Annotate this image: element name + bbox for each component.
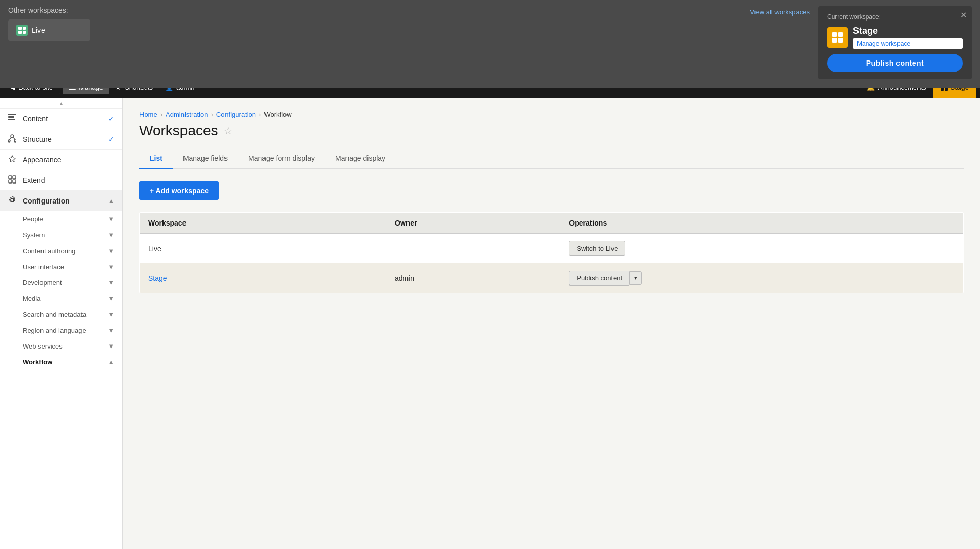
table-row-live: Live Switch to Live <box>140 234 964 263</box>
sidebar-item-configuration[interactable]: Configuration ▲ <box>0 191 122 211</box>
region-language-label: Region and language <box>23 327 86 334</box>
user-interface-arrow-icon: ▼ <box>108 263 114 271</box>
tab-list[interactable]: List <box>139 149 173 169</box>
current-workspace-info: Stage Manage workspace <box>827 26 963 49</box>
live-workspace-cell: Live <box>140 234 387 263</box>
publish-dropdown-toggle[interactable]: ▾ <box>629 271 642 285</box>
page-layout: ▲ Content ✓ Structure ✓ Appearance <box>0 98 980 549</box>
media-label: Media <box>23 295 40 302</box>
search-metadata-arrow-icon: ▼ <box>108 311 114 318</box>
media-arrow-icon: ▼ <box>108 295 114 302</box>
stage-operations-cell: Publish content ▾ <box>561 263 963 293</box>
search-metadata-label: Search and metadata <box>23 311 86 318</box>
breadcrumb: Home › Administration › Configuration › … <box>139 111 964 118</box>
region-language-arrow-icon: ▼ <box>108 327 114 334</box>
sidebar-item-region-language[interactable]: Region and language ▼ <box>0 322 122 338</box>
svg-rect-19 <box>13 180 16 183</box>
svg-rect-5 <box>838 32 843 37</box>
sidebar-item-search-metadata[interactable]: Search and metadata ▼ <box>0 307 122 322</box>
live-operations-cell: Switch to Live <box>561 234 963 263</box>
tab-manage-fields[interactable]: Manage fields <box>173 149 238 169</box>
svg-point-13 <box>8 140 10 142</box>
sidebar-content-label: Content <box>23 115 108 123</box>
breadcrumb-administration[interactable]: Administration <box>166 111 208 118</box>
content-check-icon: ✓ <box>108 115 114 123</box>
config-arrow-icon: ▲ <box>108 197 114 205</box>
breadcrumb-configuration[interactable]: Configuration <box>216 111 256 118</box>
workflow-label: Workflow <box>23 358 52 366</box>
breadcrumb-home[interactable]: Home <box>139 111 157 118</box>
stage-info: Stage Manage workspace <box>853 26 963 49</box>
sidebar-scroll-up[interactable]: ▲ <box>0 98 122 109</box>
live-workspace-name: Live <box>32 26 45 34</box>
svg-point-15 <box>14 140 16 142</box>
user-interface-label: User interface <box>23 263 64 271</box>
live-workspace-icon <box>16 25 28 36</box>
svg-rect-10 <box>8 119 15 120</box>
people-arrow-icon: ▼ <box>108 215 114 223</box>
publish-dropdown: Publish content ▾ <box>569 271 642 286</box>
sidebar-item-extend[interactable]: Extend <box>0 170 122 191</box>
svg-rect-6 <box>832 38 837 43</box>
live-owner-cell <box>386 234 561 263</box>
page-title-row: Workspaces ☆ <box>139 123 964 139</box>
structure-icon <box>8 134 17 144</box>
add-workspace-button[interactable]: + Add workspace <box>139 181 219 200</box>
switch-to-live-button[interactable]: Switch to Live <box>569 241 625 256</box>
col-operations: Operations <box>561 213 963 234</box>
view-all-workspaces-link[interactable]: View all workspaces <box>750 8 810 16</box>
svg-point-11 <box>11 135 14 138</box>
system-label: System <box>23 231 45 239</box>
svg-rect-8 <box>8 114 16 115</box>
svg-rect-2 <box>18 31 22 34</box>
sidebar-item-appearance[interactable]: Appearance <box>0 150 122 170</box>
col-owner: Owner <box>386 213 561 234</box>
sidebar-item-system[interactable]: System ▼ <box>0 227 122 243</box>
content-authoring-label: Content authoring <box>23 247 75 255</box>
table-header: Workspace Owner Operations <box>140 213 964 234</box>
live-workspace-item[interactable]: Live <box>8 19 90 41</box>
sidebar-item-web-services[interactable]: Web services ▼ <box>0 338 122 354</box>
structure-check-icon: ✓ <box>108 135 114 144</box>
close-button[interactable]: ✕ <box>960 10 967 20</box>
web-services-label: Web services <box>23 342 63 350</box>
tab-manage-form-display[interactable]: Manage form display <box>238 149 325 169</box>
system-arrow-icon: ▼ <box>108 231 114 239</box>
sidebar-structure-label: Structure <box>23 135 108 144</box>
current-workspace-label: Current workspace: <box>827 13 963 21</box>
sidebar-item-development[interactable]: Development ▼ <box>0 275 122 291</box>
tabs-row: List Manage fields Manage form display M… <box>139 149 964 169</box>
svg-rect-7 <box>838 38 843 43</box>
sidebar-item-structure[interactable]: Structure ✓ <box>0 129 122 150</box>
svg-rect-16 <box>9 176 12 179</box>
tab-manage-display[interactable]: Manage display <box>325 149 396 169</box>
stage-owner: admin <box>395 274 414 282</box>
sidebar-item-content[interactable]: Content ✓ <box>0 109 122 129</box>
favorite-star-icon[interactable]: ☆ <box>223 125 233 137</box>
breadcrumb-workflow: Workflow <box>264 111 291 118</box>
stage-icon <box>827 27 848 48</box>
development-label: Development <box>23 279 62 287</box>
sidebar-item-workflow[interactable]: Workflow ▲ <box>0 354 122 370</box>
svg-rect-9 <box>8 116 14 118</box>
svg-rect-18 <box>9 180 12 183</box>
stage-owner-cell: admin <box>386 263 561 293</box>
svg-point-20 <box>11 198 14 201</box>
sidebar-item-user-interface[interactable]: User interface ▼ <box>0 259 122 275</box>
extend-icon <box>8 175 17 185</box>
live-workspace-name: Live <box>148 245 161 253</box>
svg-rect-1 <box>23 27 26 30</box>
stage-workspace-link[interactable]: Stage <box>148 274 167 282</box>
main-content: Home › Administration › Configuration › … <box>123 98 980 549</box>
sidebar-extend-label: Extend <box>23 176 114 185</box>
sidebar-item-people[interactable]: People ▼ <box>0 211 122 227</box>
sidebar-item-media[interactable]: Media ▼ <box>0 291 122 307</box>
workspaces-table: Workspace Owner Operations Live Switch t… <box>139 212 964 293</box>
publish-content-button[interactable]: Publish content <box>569 271 629 286</box>
sidebar-item-content-authoring[interactable]: Content authoring ▼ <box>0 243 122 259</box>
publish-content-button[interactable]: Publish content <box>827 54 963 72</box>
svg-rect-3 <box>23 31 26 34</box>
manage-workspace-link[interactable]: Manage workspace <box>853 38 963 49</box>
workspace-list: Live <box>8 19 485 41</box>
table-row-stage: Stage admin Publish content ▾ <box>140 263 964 293</box>
